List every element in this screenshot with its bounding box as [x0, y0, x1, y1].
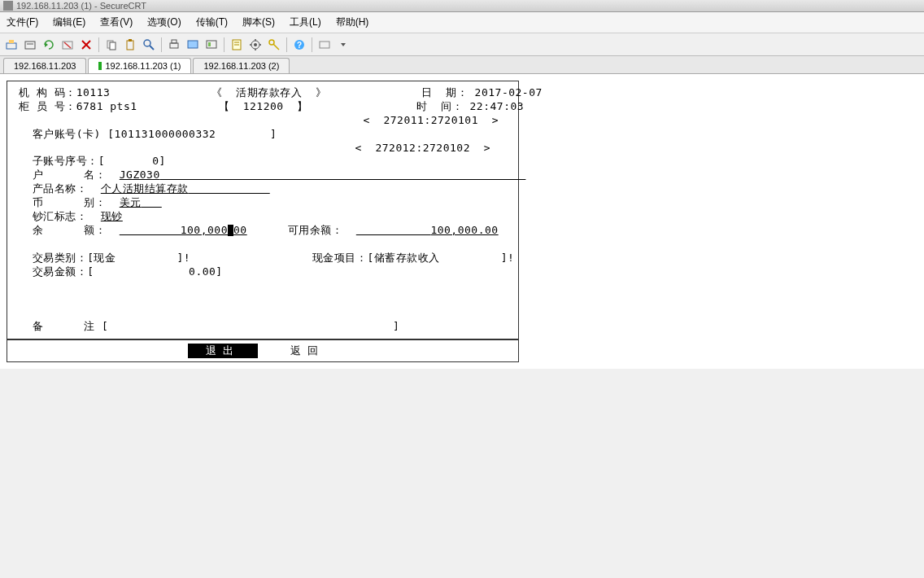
- tab-bar: 192.168.11.203 192.168.11.203 (1) 192.16…: [0, 56, 924, 74]
- balance-label: 余 额：: [33, 224, 106, 236]
- svg-rect-17: [188, 41, 198, 48]
- separator: [224, 37, 224, 52]
- org-code-label: 机 构 码：: [19, 86, 76, 99]
- find-icon[interactable]: [141, 37, 157, 53]
- svg-line-14: [150, 46, 154, 50]
- sub-acct-value[interactable]: [ 0]: [98, 155, 166, 167]
- quick-connect-icon[interactable]: [22, 37, 38, 53]
- svg-point-24: [254, 43, 257, 46]
- menu-script[interactable]: 脚本(S): [242, 15, 275, 29]
- txn-type-label: 交易类别：: [33, 252, 88, 264]
- separator: [98, 37, 99, 52]
- tab-label: 192.168.11.203 (2): [203, 61, 279, 71]
- screen-title: 《 活期存款存入 》: [211, 86, 326, 99]
- menu-help[interactable]: 帮助(H): [336, 15, 369, 29]
- svg-rect-16: [172, 40, 177, 43]
- menu-view[interactable]: 查看(V): [100, 15, 133, 29]
- teller-label: 柜 员 号：: [19, 100, 76, 112]
- active-indicator-icon: [98, 62, 102, 70]
- time-value: 22:47:03: [470, 100, 525, 112]
- toolbar: ?: [0, 33, 924, 56]
- menu-bar: 文件(F) 编辑(E) 查看(V) 选项(O) 传输(T) 脚本(S) 工具(L…: [0, 12, 924, 33]
- reconnect-icon[interactable]: [41, 37, 57, 53]
- print-icon[interactable]: [166, 37, 182, 53]
- currency-value: 美元: [120, 196, 142, 208]
- key-icon[interactable]: [266, 37, 282, 53]
- txn-type-value[interactable]: [现金 ]!: [87, 252, 190, 264]
- svg-rect-19: [208, 42, 211, 46]
- disconnect-icon[interactable]: [59, 37, 76, 53]
- nav-code-1: < 272011:2720101 >: [363, 114, 499, 126]
- screen-code: 【 121200 】: [219, 100, 308, 112]
- help-icon[interactable]: ?: [291, 37, 307, 53]
- back-button[interactable]: 返回: [277, 344, 338, 358]
- acct-name-value: JGZ030: [120, 169, 160, 181]
- copy-icon[interactable]: [103, 37, 120, 53]
- svg-line-30: [273, 44, 279, 50]
- currency-label: 币 别：: [33, 196, 106, 208]
- txn-amt-value[interactable]: [ 0.00]: [87, 265, 223, 278]
- app-icon: [3, 1, 13, 11]
- svg-rect-12: [129, 39, 132, 42]
- tab-label: 192.168.11.203: [14, 61, 76, 71]
- date-label: 日 期：: [421, 86, 468, 99]
- product-label: 产品名称：: [33, 182, 88, 195]
- form-box: 机 构 码：10113 《 活期存款存入 》 日 期： 2017-02-07 柜…: [7, 81, 519, 339]
- properties-icon[interactable]: [229, 37, 245, 53]
- remark-value[interactable]: [ ]: [102, 320, 399, 332]
- svg-rect-2: [25, 42, 35, 49]
- menu-file[interactable]: 文件(F): [7, 15, 38, 29]
- svg-rect-15: [170, 43, 178, 48]
- svg-rect-18: [207, 41, 216, 48]
- teller-value: 6781 pts1: [76, 100, 137, 112]
- tab-session-2[interactable]: 192.168.11.203 (2): [193, 58, 290, 73]
- svg-rect-11: [127, 41, 133, 50]
- time-label: 时 间：: [416, 100, 463, 112]
- paste-icon[interactable]: [122, 37, 138, 53]
- session-icon[interactable]: [203, 37, 220, 53]
- cash-item-label: 现金项目：: [312, 252, 368, 264]
- cust-acct-value[interactable]: [101131000000332 ]: [107, 128, 277, 140]
- svg-marker-4: [45, 42, 48, 47]
- screen-icon[interactable]: [185, 37, 201, 53]
- org-code-value: 10113: [76, 86, 111, 99]
- menu-edit[interactable]: 编辑(E): [53, 15, 85, 29]
- toggle-icon[interactable]: [316, 37, 333, 53]
- menu-transfer[interactable]: 传输(T): [196, 15, 228, 29]
- svg-line-6: [64, 42, 71, 48]
- separator: [312, 37, 312, 52]
- menu-options[interactable]: 选项(O): [147, 15, 181, 29]
- cursor-icon: [228, 225, 233, 236]
- close-icon[interactable]: [78, 37, 94, 53]
- svg-text:?: ?: [297, 41, 302, 50]
- connect-icon[interactable]: [3, 37, 20, 53]
- sub-acct-label: 子账号序号：: [33, 155, 98, 167]
- date-value: 2017-02-07: [475, 86, 543, 99]
- txn-amt-label: 交易金额：: [33, 265, 88, 278]
- dropdown-icon[interactable]: [335, 37, 351, 53]
- settings-icon[interactable]: [247, 37, 264, 53]
- separator: [286, 37, 287, 52]
- tab-session-1[interactable]: 192.168.11.203 (1): [88, 58, 191, 73]
- avail-value: 100,000.00: [430, 224, 498, 236]
- nav-code-2: < 272012:2720102 >: [355, 142, 490, 154]
- cash-item-value[interactable]: [储蓄存款收入 ]!: [367, 252, 514, 264]
- separator: [161, 37, 162, 52]
- avail-label: 可用余额：: [288, 224, 343, 236]
- product-value: 个人活期结算存款: [101, 182, 189, 195]
- tab-session-0[interactable]: 192.168.11.203: [3, 58, 86, 73]
- footer-box: 退出返回: [7, 339, 519, 362]
- exit-button[interactable]: 退出: [188, 344, 258, 358]
- window-title: 192.168.11.203 (1) - SecureCRT: [16, 1, 146, 11]
- window-title-bar: 192.168.11.203 (1) - SecureCRT: [0, 0, 924, 12]
- svg-marker-34: [341, 43, 346, 46]
- menu-tools[interactable]: 工具(L): [290, 15, 321, 29]
- cash-flag-value: 现钞: [101, 210, 123, 222]
- remark-label: 备 注: [33, 320, 95, 332]
- acct-name-label: 户 名：: [33, 169, 106, 181]
- svg-rect-1: [9, 40, 14, 43]
- cash-flag-label: 钞汇标志：: [33, 210, 88, 222]
- svg-point-13: [144, 40, 150, 46]
- svg-rect-0: [7, 43, 16, 49]
- terminal-area[interactable]: 机 构 码：10113 《 活期存款存入 》 日 期： 2017-02-07 柜…: [0, 74, 924, 369]
